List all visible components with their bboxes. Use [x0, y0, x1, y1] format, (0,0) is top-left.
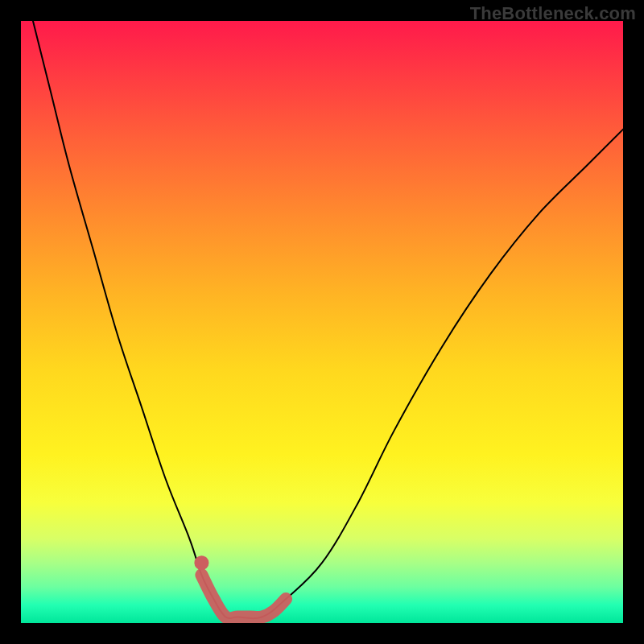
watermark-text: TheBottleneck.com	[470, 3, 636, 24]
trough-highlight	[201, 575, 286, 618]
chart-frame: TheBottleneck.com	[0, 0, 644, 644]
curve-layer	[21, 21, 623, 623]
plot-area	[21, 21, 623, 623]
bottleneck-curve	[33, 21, 623, 618]
trough-dot	[194, 555, 208, 570]
